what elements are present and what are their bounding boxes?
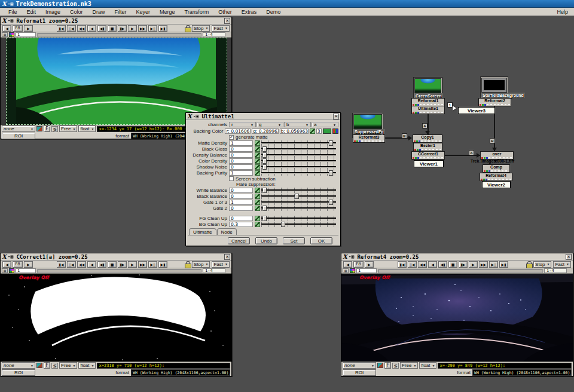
animate-icon[interactable] (255, 158, 260, 164)
full-res-button[interactable]: F (44, 125, 50, 132)
frame-forward-button[interactable]: ▶ (24, 261, 33, 268)
play-forward-fast-icon[interactable]: ▶▶ (138, 25, 147, 32)
slider-track[interactable] (261, 158, 336, 164)
slider-handle[interactable] (281, 222, 285, 227)
animate-icon[interactable] (255, 164, 260, 170)
play-forward-fast-icon[interactable]: ▶▶ (138, 261, 147, 268)
color-palette-icon[interactable] (332, 128, 338, 134)
slider-track[interactable] (261, 188, 336, 193)
slider-value-field[interactable]: 0 (229, 146, 253, 152)
frame-forward-button[interactable]: ▶ (365, 261, 374, 268)
close-icon[interactable]: × (224, 18, 230, 24)
slider-track[interactable] (261, 222, 336, 227)
play-reverse-fast-icon[interactable]: ◀◀ (77, 261, 86, 268)
stop-playback-icon[interactable]: ■ (108, 25, 117, 32)
close-icon[interactable]: × (566, 254, 572, 260)
roi-button[interactable]: ROI (2, 369, 35, 376)
animate-icon[interactable] (255, 188, 260, 193)
slider-track[interactable] (261, 200, 336, 205)
jump-to-start-icon[interactable]: ▮◀ (57, 25, 66, 32)
slider-track[interactable] (261, 146, 336, 152)
slider-track[interactable] (261, 152, 336, 158)
generate-matte-checkbox[interactable]: ✓ (229, 135, 234, 140)
slider-value-field[interactable]: 0 (229, 158, 253, 164)
prev-increment-icon[interactable]: ▯◀ (67, 261, 76, 268)
animate-icon[interactable] (255, 200, 260, 205)
window-menu-icon[interactable]: -▣ (8, 254, 14, 259)
play-reverse-icon[interactable]: ◀ (428, 261, 437, 268)
play-forward-icon[interactable]: ▶ (469, 261, 478, 268)
slider-value-field[interactable]: 0 (229, 188, 253, 193)
channel-select-b[interactable]: b▼ (284, 122, 311, 127)
full-res-button[interactable]: F (44, 362, 50, 369)
node-reformat4[interactable]: Reformat4 (480, 173, 512, 181)
next-increment-icon[interactable]: ▶▯ (148, 261, 157, 268)
zoom-mode-dropdown[interactable]: Free▼ (59, 362, 77, 369)
frame-number-field[interactable]: 1 (16, 268, 36, 273)
update-icon[interactable] (36, 126, 42, 131)
fkey-button[interactable]: F8 (13, 261, 23, 268)
slider-handle[interactable] (262, 216, 267, 221)
lut-dropdown[interactable]: none▼ (2, 125, 35, 132)
timeline-slider[interactable] (37, 269, 201, 273)
slider-handle[interactable] (295, 194, 299, 199)
animate-icon[interactable] (255, 170, 260, 176)
slider-track[interactable] (261, 206, 336, 211)
lock-icon[interactable] (185, 261, 190, 267)
prev-increment-icon[interactable]: ▯◀ (67, 25, 76, 32)
step-back-icon[interactable]: ◀▮ (97, 261, 106, 268)
bit-depth-dropdown[interactable]: float▼ (419, 362, 436, 369)
lock-icon[interactable] (526, 261, 532, 267)
slider-handle[interactable] (262, 146, 267, 152)
lut-dropdown[interactable]: none▼ (343, 362, 376, 369)
frame-back-button[interactable]: ◀ (2, 261, 11, 268)
backing-g-field[interactable]: g: 0.289962 (252, 128, 279, 134)
lut-dropdown[interactable]: none▼ (2, 362, 35, 369)
dialog-titlebar[interactable]: X -▣ Ultimatte1 × (186, 113, 340, 120)
slider-value-field[interactable]: 0.3 (229, 222, 253, 227)
slider-value-field[interactable]: 0 (229, 152, 253, 158)
slider-value-field[interactable]: 1 (229, 140, 253, 146)
next-increment-icon[interactable]: ▶▯ (489, 261, 498, 268)
slider-value-field[interactable]: 1 (229, 170, 253, 176)
full-res-button[interactable]: F (384, 362, 391, 369)
frame-back-button[interactable]: ◀ (2, 25, 11, 32)
slider-handle[interactable] (329, 200, 333, 205)
slider-value-field[interactable]: 0 (229, 206, 253, 211)
node-bezier1[interactable]: Bezier1 (413, 143, 442, 151)
tab-ultimatte[interactable]: Ultimatte (189, 228, 216, 235)
matte-image[interactable]: Overlay Off (1, 274, 231, 362)
fkey-button[interactable]: F8 (353, 261, 364, 268)
stop-playback-icon[interactable]: ■ (448, 261, 457, 268)
zoom-mode-dropdown[interactable]: Free▼ (59, 125, 77, 132)
bit-depth-dropdown[interactable]: float▼ (78, 125, 96, 132)
viewer-titlebar[interactable]: X -▣ Reformat4 zoom=0.25 × (341, 253, 573, 261)
viewer-titlebar[interactable]: X -▣ Reformat1 zoom=0.25 × (1, 17, 231, 24)
slider-handle[interactable] (262, 158, 267, 164)
thumbnail-toggle-icon[interactable]: ▦ (2, 268, 8, 273)
tab-node[interactable]: Node (217, 228, 237, 235)
animate-icon[interactable] (310, 128, 315, 134)
backing-b-field[interactable]: b: 0.0569634 (280, 128, 309, 134)
play-forward-fast-icon[interactable]: ▶▶ (479, 261, 488, 268)
slider-handle[interactable] (262, 188, 267, 193)
viewer-titlebar[interactable]: X -▣ CCorrect1[a] zoom=0.25 × (1, 253, 231, 261)
color-wheel-icon[interactable] (9, 32, 14, 37)
play-forward-icon[interactable]: ▶ (128, 261, 137, 268)
animate-icon[interactable] (255, 146, 260, 152)
color-wheel-icon[interactable] (350, 268, 355, 273)
slider-value-field[interactable]: 0 (229, 216, 253, 221)
step-forward-icon[interactable]: ▮▶ (118, 261, 127, 268)
screen-subtraction-checkbox[interactable] (229, 176, 234, 181)
slider-track[interactable] (261, 194, 336, 199)
play-reverse-fast-icon[interactable]: ◀◀ (418, 261, 427, 268)
node-viewer2[interactable]: Viewer2 (482, 181, 511, 188)
step-back-icon[interactable]: ◀▮ (438, 261, 447, 268)
node-ccorrect1[interactable]: CCorrect1 (411, 151, 445, 160)
thumbnail-toggle-icon[interactable]: ▦ (2, 32, 8, 37)
sample-size-field[interactable]: 3 (316, 128, 322, 134)
update-icon[interactable] (36, 363, 42, 368)
slider-value-field[interactable]: 0 (229, 164, 253, 170)
channel-select-a[interactable]: a▼ (312, 122, 338, 127)
jump-to-start-icon[interactable]: ▮◀ (398, 261, 407, 268)
